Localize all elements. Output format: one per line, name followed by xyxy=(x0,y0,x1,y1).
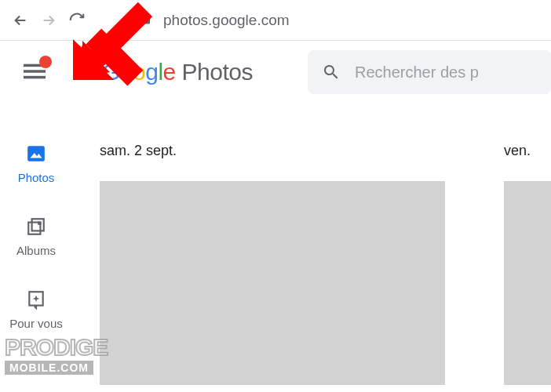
albums-icon xyxy=(25,216,47,238)
photos-icon xyxy=(25,143,47,165)
sidebar-item-photos[interactable]: Photos xyxy=(18,143,55,184)
photo-thumbnail[interactable] xyxy=(504,181,551,385)
main-area: Photos Albums Pour vous sam. 2 sept. ven… xyxy=(0,103,551,392)
back-button[interactable] xyxy=(6,6,35,34)
sidebar-item-albums[interactable]: Albums xyxy=(16,216,56,257)
date-group: sam. 2 sept. xyxy=(100,143,445,392)
svg-rect-3 xyxy=(27,146,45,162)
notification-dot xyxy=(39,56,52,68)
for-you-icon xyxy=(25,289,47,310)
photo-grid: sam. 2 sept. ven. xyxy=(72,103,551,392)
date-header: ven. xyxy=(504,143,551,159)
search-input[interactable]: Rechercher des p xyxy=(308,50,551,94)
address-bar[interactable]: photos.google.com xyxy=(138,11,545,29)
sidebar-item-label: Pour vous xyxy=(9,317,63,330)
browser-bar: photos.google.com xyxy=(0,0,551,41)
app-logo[interactable]: Google Photos xyxy=(102,59,253,85)
url-text: photos.google.com xyxy=(163,12,290,29)
app-header: Google Photos Rechercher des p xyxy=(0,41,551,103)
svg-rect-1 xyxy=(24,70,46,73)
photo-thumbnail[interactable] xyxy=(100,181,445,385)
search-icon xyxy=(322,63,341,82)
sidebar-item-for-you[interactable]: Pour vous xyxy=(9,289,63,330)
reload-button[interactable] xyxy=(63,6,91,34)
svg-rect-7 xyxy=(38,222,41,225)
svg-rect-5 xyxy=(32,219,44,230)
date-group: ven. xyxy=(504,143,551,392)
svg-rect-2 xyxy=(24,76,46,79)
menu-button[interactable] xyxy=(24,60,47,84)
date-header: sam. 2 sept. xyxy=(100,143,445,159)
search-placeholder: Rechercher des p xyxy=(355,64,479,82)
forward-button[interactable] xyxy=(35,6,63,34)
logo-text: Google Photos xyxy=(102,59,253,85)
sidebar: Photos Albums Pour vous xyxy=(0,103,72,392)
lock-icon xyxy=(138,11,152,29)
sidebar-item-label: Albums xyxy=(16,244,56,257)
sidebar-item-label: Photos xyxy=(18,171,55,184)
